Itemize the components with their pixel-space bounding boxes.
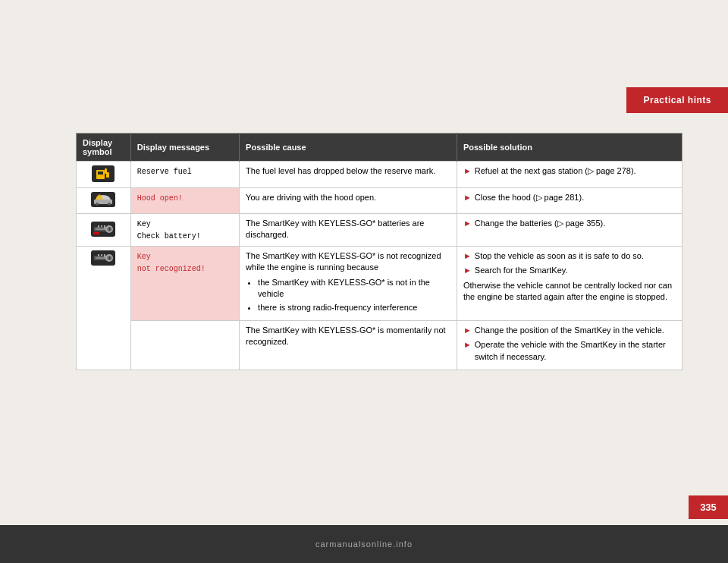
cause-bullets: the SmartKey with KEYLESS-GO* is not in …	[258, 277, 450, 314]
cause-cell-fuel: The fuel level has dropped below the res…	[240, 162, 457, 188]
solution-item: ► Operate the vehicle with the SmartKey …	[463, 339, 676, 363]
message-cell-key-notrecog: Keynot recognized!	[130, 246, 239, 320]
solution-item: ► Change the batteries (▷ page 355).	[463, 218, 676, 229]
arrow-icon: ►	[463, 218, 472, 229]
arrow-icon: ►	[463, 250, 472, 262]
solution-cell-key-momentary: ► Change the position of the SmartKey in…	[457, 320, 682, 370]
solution-text: Operate the vehicle with the SmartKey in…	[475, 339, 676, 363]
solution-cell-key-battery: ► Change the batteries (▷ page 355).	[457, 213, 682, 246]
key-icon-merged	[91, 250, 115, 266]
arrow-icon: ►	[463, 325, 472, 336]
col-header-solution: Possible solution	[457, 134, 682, 162]
message-cell-key-battery: KeyCheck battery!	[130, 213, 239, 246]
solution-text: Close the hood (▷ page 281).	[475, 192, 584, 203]
svg-rect-11	[101, 225, 102, 227]
cause-cell-key-notrecog: The SmartKey with KEYLESS-GO* is not rec…	[240, 246, 457, 320]
solution-cell-fuel: ► Refuel at the next gas station (▷ page…	[457, 162, 682, 188]
section-header-tab: Practical hints	[626, 87, 728, 113]
hood-icon	[91, 192, 115, 207]
solution-item: ► Close the hood (▷ page 281).	[463, 192, 676, 203]
svg-rect-1	[98, 171, 103, 175]
cause-cell-key-battery: The SmartKey with KEYLESS-GO* batteries …	[240, 213, 457, 246]
message-text-key-battery: KeyCheck battery!	[137, 220, 201, 241]
solution-text: Stop the vehicle as soon as it is safe t…	[475, 250, 644, 262]
cause-bullet-item: there is strong radio-frequency interfer…	[258, 302, 450, 313]
arrow-icon: ►	[463, 192, 472, 203]
solution-item: ► Change the position of the SmartKey in…	[463, 325, 676, 336]
col-header-symbol: Display symbol	[77, 134, 131, 162]
fuel-icon	[92, 165, 115, 182]
svg-point-6	[96, 203, 99, 206]
main-content: Display symbol Display messages Possible…	[76, 133, 682, 370]
solution-text: Refuel at the next gas station (▷ page 2…	[475, 165, 636, 177]
solution-cell-key-notrecog: ► Stop the vehicle as soon as it is safe…	[457, 246, 682, 320]
message-cell-fuel: Reserve fuel	[130, 162, 239, 188]
message-text-hood: Hood open!	[137, 194, 183, 203]
arrow-icon: ►	[463, 265, 472, 276]
col-header-messages: Display messages	[130, 134, 239, 162]
svg-rect-15	[93, 232, 99, 234]
arrow-icon: ►	[463, 165, 472, 177]
svg-rect-20	[104, 254, 105, 257]
symbol-cell-key	[77, 213, 131, 246]
cause-cell-hood: You are driving with the hood open.	[240, 188, 457, 213]
message-text-key-notrecog: Keynot recognized!	[137, 253, 206, 273]
message-cell-key-momentary	[130, 320, 239, 370]
svg-rect-10	[98, 225, 99, 228]
key-icon	[91, 222, 115, 237]
svg-rect-4	[106, 176, 109, 178]
symbol-cell-key-merged	[77, 246, 131, 370]
solution-text: Search for the SmartKey.	[475, 265, 568, 276]
table-row: Hood open! You are driving with the hood…	[77, 188, 682, 213]
solution-item: ► Refuel at the next gas station (▷ page…	[463, 165, 676, 177]
solution-item: ► Search for the SmartKey.	[463, 265, 676, 276]
solution-extra-text: Otherwise the vehicle cannot be centrall…	[463, 280, 676, 304]
solution-cell-hood: ► Close the hood (▷ page 281).	[457, 188, 682, 213]
solution-text: Change the batteries (▷ page 355).	[475, 218, 606, 229]
message-text-fuel: Reserve fuel	[137, 168, 192, 176]
cause-intro: The SmartKey with KEYLESS-GO* is not rec…	[246, 251, 441, 272]
cause-cell-key-momentary: The SmartKey with KEYLESS-GO* is momenta…	[240, 320, 457, 370]
display-messages-table: Display symbol Display messages Possible…	[76, 133, 682, 370]
svg-point-7	[108, 203, 111, 206]
solution-item: ► Stop the vehicle as soon as it is safe…	[463, 250, 676, 262]
table-row: KeyCheck battery! The SmartKey with KEYL…	[77, 213, 682, 246]
cause-bullet-item: the SmartKey with KEYLESS-GO* is not in …	[258, 277, 450, 300]
svg-rect-12	[104, 225, 105, 228]
page-number-badge: 335	[689, 495, 728, 519]
svg-rect-19	[101, 254, 102, 256]
table-row: The SmartKey with KEYLESS-GO* is momenta…	[77, 320, 682, 370]
symbol-cell-hood	[77, 188, 131, 213]
col-header-cause: Possible cause	[240, 134, 457, 162]
svg-rect-18	[98, 254, 99, 256]
table-row: Reserve fuel The fuel level has dropped …	[77, 162, 682, 188]
bottom-logo-bar: carmanualsonline.info	[0, 525, 728, 563]
symbol-cell-fuel	[77, 162, 131, 188]
table-row: Keynot recognized! The SmartKey with KEY…	[77, 246, 682, 320]
arrow-icon: ►	[463, 339, 472, 351]
message-cell-hood: Hood open!	[130, 188, 239, 213]
logo-text: carmanualsonline.info	[315, 539, 413, 549]
solution-text: Change the position of the SmartKey in t…	[475, 325, 664, 336]
